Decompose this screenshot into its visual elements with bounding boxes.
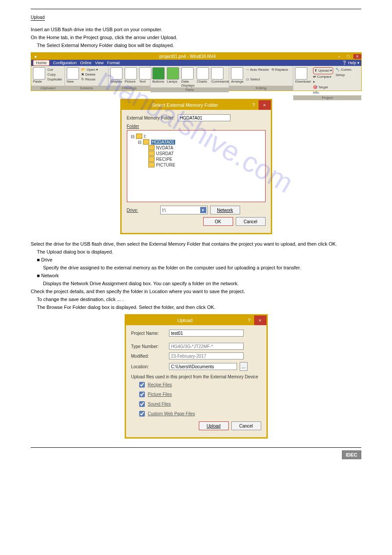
step-3: The Select External Memory Folder dialog… (37, 43, 361, 48)
group-clipboard-label: Clipboard (31, 86, 65, 91)
cancel-button[interactable]: Cancel (236, 217, 266, 226)
charts-button[interactable]: Charts (197, 67, 209, 83)
reuse-screen-button[interactable]: ↻ Reuse (81, 77, 98, 82)
comm-setup-button[interactable]: 🔧 Comm. Setup (335, 68, 352, 77)
mid-change-dest: To change the save destination, click ..… (37, 297, 361, 302)
tab-configuration[interactable]: Configuration (53, 61, 77, 65)
bullet-drive: ■ Drive (37, 257, 361, 262)
upload-dialog: Upload ? × Project Name: Type Number: Mo… (125, 314, 268, 439)
type-number-label: Type Number: (131, 344, 166, 349)
location-input[interactable] (169, 363, 237, 370)
project-name-input[interactable] (169, 330, 244, 337)
help-icon[interactable]: ? (245, 318, 254, 323)
maximize-icon[interactable]: □ (344, 54, 352, 59)
folder-icon (148, 156, 155, 162)
step-2: On the Home tab, in the Project group, c… (31, 35, 361, 40)
app-icon: ● (31, 54, 40, 59)
picture-files-checkbox[interactable]: Picture Files (137, 390, 261, 399)
shapes-button[interactable]: Shapes (110, 67, 122, 83)
dialog1-title: Select External Memory Folder (122, 102, 249, 108)
ok-button[interactable]: OK (203, 217, 233, 226)
delete-screen-button[interactable]: ✖ Delete (81, 72, 98, 77)
select-button[interactable]: ▭ Select (246, 77, 269, 82)
tab-view[interactable]: View (95, 61, 104, 65)
bullet-drive-desc: Specify the drive assigned to the extern… (43, 265, 361, 270)
select-external-memory-dialog: Select External Memory Folder ? × Extern… (120, 99, 272, 234)
mid-check-details: Check the project details, and then spec… (31, 289, 361, 294)
recipe-files-checkbox[interactable]: Recipe Files (137, 381, 261, 389)
group-editing-label: Editing (229, 86, 293, 91)
external-memory-folder-input[interactable] (178, 114, 230, 121)
tree-node[interactable]: NVDATA (156, 145, 173, 150)
top-rule (31, 9, 361, 9)
folder-icon (148, 162, 155, 167)
close-icon[interactable]: × (254, 316, 266, 325)
buttons-button[interactable]: Buttons (152, 67, 165, 83)
location-label: Location: (131, 364, 166, 369)
folder-icon (148, 151, 155, 156)
data-displays-button[interactable]: Data Displays (181, 67, 194, 87)
mid-upload-dialog-shown: The Upload dialog box is displayed. (37, 249, 361, 254)
folder-icon (148, 145, 155, 150)
text-button[interactable]: Text (139, 67, 151, 83)
close-icon[interactable]: × (353, 54, 361, 59)
type-number-input (169, 343, 244, 350)
picture-button[interactable]: Picture (125, 67, 137, 83)
bullet-network-desc: Displays the Network Drive Assignment di… (43, 281, 361, 286)
paste-button[interactable]: Paste (33, 67, 45, 83)
custom-web-checkbox[interactable]: Custom Web Page Files (137, 410, 261, 418)
auto-resize-button[interactable]: ↔ Auto Resize (246, 67, 269, 72)
tab-format[interactable]: Format (107, 61, 120, 65)
folder-tree[interactable]: ⊟I: ⊟HGDATA01 NVDATA USRDAT RECIPE PICTU… (127, 130, 266, 202)
minimize-icon[interactable]: – (335, 54, 343, 59)
download-button[interactable]: Download (295, 67, 311, 83)
drive-label: Drive: (127, 208, 158, 213)
upload-ribbon-button[interactable]: ⬆ Upload ▾ (313, 67, 333, 74)
tree-collapse-icon[interactable]: ⊟ (138, 140, 141, 145)
arrange-button[interactable]: Arrange (231, 67, 243, 83)
tab-home[interactable]: Home (33, 60, 50, 66)
help-link[interactable]: ❔ Help ▾ (342, 61, 360, 65)
group-screens-label: Screens (65, 86, 108, 91)
compare-button[interactable]: ⇄ Compare ▾ (313, 75, 331, 84)
step-1: Insert an USB flash drive into the USB p… (31, 27, 361, 32)
ribbon-screenshot: ● project01.pn4 - WindO/I-NV4 – □ × Home… (31, 52, 362, 91)
page-footer: IDEC (31, 447, 361, 459)
cancel-button[interactable]: Cancel (231, 421, 261, 430)
network-button[interactable]: Network (210, 206, 240, 214)
tree-node[interactable]: USRDAT (156, 151, 174, 156)
new-screen-button[interactable]: New (67, 67, 79, 83)
target-info-button[interactable]: 🎯 Target Info. (313, 85, 328, 94)
drive-select[interactable]: I:\▾ (160, 206, 208, 214)
browse-button[interactable]: ... (240, 362, 248, 371)
bullet-network: ■ Network (37, 273, 361, 278)
upload-button[interactable]: Upload (199, 421, 229, 430)
group-project-label: Project (293, 95, 361, 100)
chevron-down-icon[interactable]: ▾ (200, 207, 206, 213)
section-heading: Upload (31, 15, 45, 21)
help-icon[interactable]: ? (249, 102, 259, 108)
close-icon[interactable]: × (259, 100, 271, 110)
cut-button[interactable]: Cut (47, 67, 62, 72)
external-memory-folder-label: External Memory Folder: (127, 116, 175, 120)
tab-online[interactable]: Online (80, 61, 92, 65)
tree-node[interactable]: PICTURE (156, 163, 176, 167)
commands-button[interactable]: Commands (211, 67, 229, 83)
app-title: project01.pn4 - WindO/I-NV4 (40, 54, 335, 59)
duplicate-button[interactable]: Duplicate (47, 77, 62, 82)
tree-selected-node[interactable]: HGDATA01 (151, 140, 175, 145)
tree-collapse-icon[interactable]: ⊟ (131, 134, 134, 139)
open-screen-button[interactable]: 📂 Open ▾ (81, 67, 98, 72)
replace-button[interactable]: ⟲ Replace (271, 67, 288, 72)
modified-label: Modified: (131, 354, 166, 359)
modified-input (169, 352, 244, 359)
copy-button[interactable]: Copy (47, 72, 62, 77)
idec-logo: IDEC (342, 450, 361, 459)
folder-icon (143, 139, 149, 145)
lamps-button[interactable]: Lamps (167, 67, 179, 83)
group-parts-label: Parts (151, 87, 229, 92)
mid-browse-folder: The Browse For Folder dialog box is disp… (37, 305, 361, 310)
tree-node[interactable]: RECIPE (156, 157, 173, 162)
sound-files-checkbox[interactable]: Sound Files (137, 400, 261, 408)
project-name-label: Project Name: (131, 331, 166, 336)
